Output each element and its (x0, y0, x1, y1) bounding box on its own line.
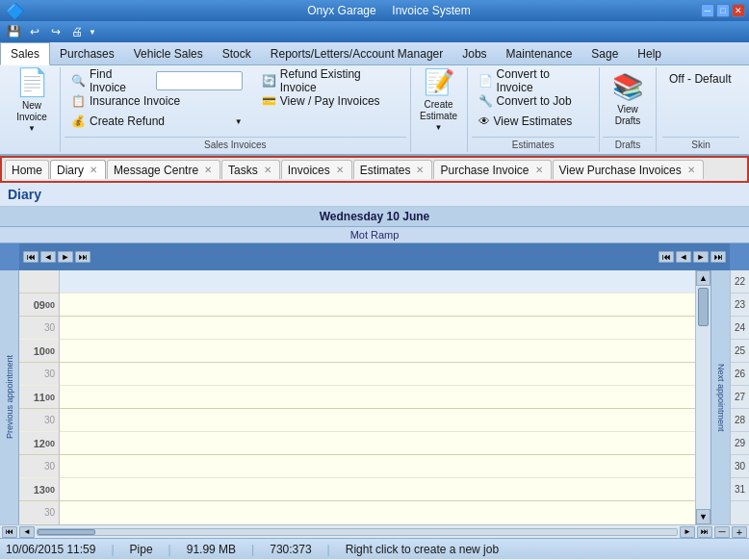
status-bar: 10/06/2015 11:59 | Pipe | 91.99 MB | 730… (0, 538, 749, 559)
sidebar-num-26: 26 (731, 363, 749, 386)
menu-help[interactable]: Help (628, 42, 671, 64)
title-text: Onyx Garage Invoice System (77, 4, 701, 17)
tab-purchase-invoice-close[interactable]: ✕ (533, 165, 545, 176)
time-13-00: 1300 (19, 478, 59, 501)
vscroll-track[interactable] (696, 286, 710, 509)
view-estimates-label: View Estimates (494, 115, 573, 128)
vscroll-thumb[interactable] (698, 288, 709, 326)
menu-jobs[interactable]: Jobs (452, 42, 496, 64)
diary-nav-last[interactable]: ⏭ (75, 251, 90, 263)
tab-diary[interactable]: Diary ✕ (50, 160, 106, 179)
sidebar-num-29: 29 (731, 432, 749, 455)
prev-appointment-btn[interactable]: Previous appointment (0, 270, 19, 524)
menu-stock[interactable]: Stock (213, 42, 261, 64)
new-invoice-dropdown-arrow[interactable]: ▼ (28, 124, 36, 133)
menu-sage[interactable]: Sage (581, 42, 628, 64)
tab-view-purchase-invoices-close[interactable]: ✕ (685, 165, 697, 176)
undo-quick-btn[interactable]: ↩ (25, 23, 44, 40)
create-refund-button[interactable]: 💰 Create Refund ▼ (65, 112, 249, 131)
tab-invoices[interactable]: Invoices ✕ (281, 160, 352, 179)
sidebar-num-24: 24 (731, 317, 749, 340)
hscroll-prev[interactable]: ◄ (19, 526, 35, 538)
convert-to-invoice-icon: 📄 (478, 74, 493, 88)
vscroll-up[interactable]: ▲ (696, 270, 710, 286)
diary-nav-arrows: ⏮ ◄ ► ⏭ (19, 249, 94, 265)
find-invoice-input[interactable] (156, 71, 243, 90)
convert-to-invoice-label: Convert to Invoice (497, 67, 588, 94)
create-estimate-dropdown[interactable]: ▼ (435, 123, 443, 132)
diary-nav-right-next[interactable]: ► (693, 251, 709, 263)
create-refund-dropdown[interactable]: ▼ (235, 117, 243, 126)
menu-sales[interactable]: Sales (0, 42, 50, 65)
vscroll-down[interactable]: ▼ (696, 509, 710, 524)
maximize-button[interactable]: □ (716, 4, 730, 17)
refund-existing-button[interactable]: 🔄 Refund Existing Invoice (255, 71, 406, 90)
find-invoice-button[interactable]: 🔍 Find Invoice (65, 71, 249, 90)
diary-nav-right-last[interactable]: ⏭ (710, 251, 726, 263)
hscroll-plus[interactable]: + (732, 526, 747, 538)
menu-maintenance[interactable]: Maintenance (497, 42, 582, 64)
diary-nav-right-prev[interactable]: ◄ (676, 251, 691, 263)
create-refund-label: Create Refund (90, 115, 165, 128)
tab-purchase-invoice[interactable]: Purchase Invoice ✕ (433, 160, 551, 179)
tab-estimates-close[interactable]: ✕ (414, 165, 426, 176)
view-pay-button[interactable]: 💳 View / Pay Invoices (255, 91, 406, 111)
tab-estimates[interactable]: Estimates ✕ (353, 160, 433, 179)
hscroll-thumb[interactable] (38, 529, 95, 535)
off-default-button[interactable]: Off - Default (662, 69, 739, 89)
tab-invoices-close[interactable]: ✕ (334, 165, 346, 176)
tab-estimates-label: Estimates (360, 164, 411, 177)
diary-nav-right-first[interactable]: ⏮ (659, 251, 674, 263)
insurance-invoice-button[interactable]: 📋 Insurance Invoice (65, 91, 249, 111)
tab-invoices-label: Invoices (288, 164, 330, 177)
tab-home[interactable]: Home (5, 160, 49, 179)
menu-vehicle-sales[interactable]: Vehicle Sales (124, 42, 213, 64)
view-estimates-button[interactable]: 👁 View Estimates (472, 112, 595, 131)
new-invoice-button[interactable]: 📄 NewInvoice ▼ (7, 69, 57, 129)
diary-nav-arrows-right: ⏮ ◄ ► ⏭ (655, 249, 730, 265)
diary-nav-first[interactable]: ⏮ (23, 251, 39, 263)
minimize-button[interactable]: ─ (701, 4, 714, 17)
hscroll-minus[interactable]: ─ (714, 526, 730, 538)
tab-message-centre[interactable]: Message Centre ✕ (107, 160, 220, 179)
tab-view-purchase-invoices[interactable]: View Purchase Invoices ✕ (553, 160, 704, 179)
redo-quick-btn[interactable]: ↪ (46, 23, 65, 40)
quick-access-dropdown[interactable]: ▼ (89, 28, 96, 37)
menu-purchases[interactable]: Purchases (50, 42, 124, 64)
tab-tasks-label: Tasks (228, 164, 258, 177)
h-scroll[interactable]: ⏮ ◄ ► ⏭ ─ + (0, 524, 749, 538)
hscroll-first[interactable]: ⏮ (2, 526, 17, 538)
insurance-invoice-icon: 📋 (71, 94, 86, 108)
tab-bar: Home Diary ✕ Message Centre ✕ Tasks ✕ In… (0, 156, 749, 183)
tab-tasks-close[interactable]: ✕ (262, 165, 273, 176)
view-drafts-button[interactable]: 📚 ViewDrafts (603, 69, 653, 129)
diary-vscroll[interactable]: ▲ ▼ (695, 270, 710, 524)
sidebar-num-28: 28 (731, 409, 749, 432)
hscroll-next[interactable]: ► (680, 526, 695, 538)
tab-message-centre-close[interactable]: ✕ (202, 165, 214, 176)
next-appointment-btn[interactable]: Next appointment (710, 270, 730, 524)
diary-grid[interactable] (60, 270, 695, 524)
ribbon-group-estimates: 📄 Convert to Invoice 🔧 Convert to Job 👁 … (468, 67, 600, 152)
diary-nav-next[interactable]: ► (58, 251, 73, 263)
print-quick-btn[interactable]: 🖨 (67, 23, 87, 40)
hscroll-last[interactable]: ⏭ (697, 526, 712, 538)
tab-diary-close[interactable]: ✕ (88, 165, 99, 176)
save-quick-btn[interactable]: 💾 (4, 23, 23, 40)
status-hint: Right click to create a new job (346, 543, 499, 556)
sales-invoices-group-label: Sales Invoices (65, 137, 406, 150)
close-button[interactable]: ✕ (732, 4, 745, 17)
convert-to-invoice-button[interactable]: 📄 Convert to Invoice (472, 71, 595, 90)
menu-reports[interactable]: Reports/Letters/Account Manager (261, 42, 452, 64)
tab-tasks[interactable]: Tasks ✕ (221, 160, 280, 179)
quick-access-toolbar: 💾 ↩ ↪ 🖨 ▼ (0, 21, 749, 42)
hscroll-track[interactable] (37, 528, 678, 536)
ribbon-group-skin: Off - Default Skin (657, 67, 745, 152)
menu-bar: Sales Purchases Vehicle Sales Stock Repo… (0, 42, 749, 65)
create-estimate-button[interactable]: 📝 CreateEstimate ▼ (414, 69, 464, 129)
diary-nav-prev[interactable]: ◄ (40, 251, 56, 263)
convert-to-job-button[interactable]: 🔧 Convert to Job (472, 91, 595, 111)
new-invoice-icon: 📄 (15, 66, 49, 98)
view-drafts-label: ViewDrafts (615, 104, 641, 127)
sidebar-num-27: 27 (731, 386, 749, 409)
